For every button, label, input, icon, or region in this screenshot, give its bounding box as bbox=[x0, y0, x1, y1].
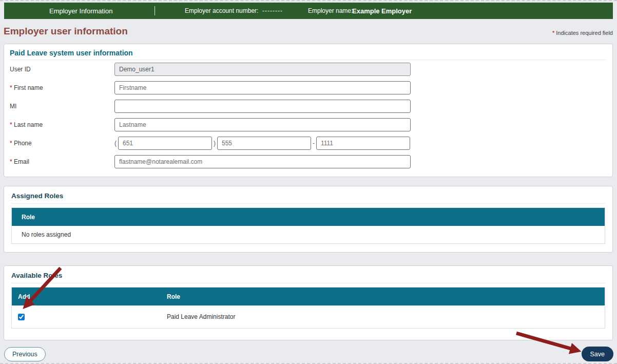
last-name-label: * Last name bbox=[10, 118, 114, 131]
no-roles-assigned-text: No roles assigned bbox=[12, 231, 71, 238]
assigned-roles-empty-row: No roles assigned bbox=[12, 226, 605, 243]
section-title-available-roles: Available Roles bbox=[11, 272, 605, 283]
first-name-label: * First name bbox=[10, 81, 114, 94]
user-id-label: User ID bbox=[10, 63, 114, 76]
phone-prefix-input[interactable] bbox=[217, 137, 311, 150]
user-id-row: User ID bbox=[10, 63, 606, 76]
email-row: * Email bbox=[10, 155, 606, 168]
employer-name-label: Employer name: bbox=[308, 7, 353, 14]
first-name-row: * First name bbox=[10, 81, 606, 94]
required-asterisk: * bbox=[10, 121, 12, 128]
column-header-role: Role bbox=[12, 214, 35, 221]
last-name-input[interactable] bbox=[114, 118, 411, 131]
phone-open-paren: ( bbox=[114, 140, 118, 147]
available-roles-panel: Available Roles Add Role Paid Leave Admi… bbox=[4, 265, 613, 340]
required-asterisk: * bbox=[10, 158, 12, 165]
required-note-text: Indicates required field bbox=[556, 30, 613, 36]
previous-button[interactable]: Previous bbox=[4, 347, 46, 361]
page-title: Employer user information bbox=[4, 26, 128, 37]
user-info-form: User ID * First name MI * Last name bbox=[10, 63, 606, 168]
employer-account-number-label: Employer account number: bbox=[185, 7, 258, 14]
phone-area-input[interactable] bbox=[118, 137, 212, 150]
first-name-input[interactable] bbox=[114, 81, 411, 94]
mi-input[interactable] bbox=[114, 100, 411, 113]
phone-dash: - bbox=[311, 140, 316, 147]
assigned-roles-panel: Assigned Roles Role No roles assigned bbox=[4, 186, 613, 253]
screenshot-top-edge bbox=[0, 0, 617, 1]
nav-divider bbox=[155, 6, 155, 15]
available-role-row: Paid Leave Administrator bbox=[12, 305, 605, 328]
assigned-roles-table-header: Role bbox=[12, 208, 605, 226]
required-asterisk: * bbox=[10, 84, 12, 91]
phone-line-input[interactable] bbox=[316, 137, 410, 150]
employer-account-number-value: -------- bbox=[262, 7, 283, 14]
available-roles-table-header: Add Role bbox=[12, 288, 605, 305]
column-header-add: Add bbox=[12, 293, 161, 300]
user-id-input[interactable] bbox=[114, 63, 411, 76]
available-role-name: Paid Leave Administrator bbox=[161, 313, 235, 320]
add-role-checkbox[interactable] bbox=[18, 314, 25, 320]
phone-row: * Phone ( ) - bbox=[10, 137, 606, 150]
email-label: * Email bbox=[10, 155, 114, 168]
required-field-note: * Indicates required field bbox=[552, 30, 613, 36]
mi-row: MI bbox=[10, 100, 606, 113]
required-asterisk: * bbox=[552, 30, 554, 36]
nav-employer-information[interactable]: Employer Information bbox=[49, 7, 113, 15]
column-header-role: Role bbox=[161, 293, 180, 300]
required-asterisk: * bbox=[10, 140, 12, 147]
mi-label: MI bbox=[10, 100, 114, 113]
phone-label: * Phone bbox=[10, 137, 114, 150]
assigned-roles-table: Role No roles assigned bbox=[11, 207, 605, 244]
phone-close-paren: ) bbox=[212, 140, 217, 147]
employer-name-value: Example Employer bbox=[352, 7, 412, 15]
phone-inputs: ( ) - bbox=[114, 137, 411, 150]
top-nav-bar: Employer Information Employer account nu… bbox=[4, 3, 613, 19]
available-roles-table: Add Role Paid Leave Administrator bbox=[11, 287, 605, 329]
email-input[interactable] bbox=[114, 155, 411, 168]
section-title-assigned-roles: Assigned Roles bbox=[11, 192, 605, 204]
last-name-row: * Last name bbox=[10, 118, 606, 131]
section-title-user-info: Paid Leave system user information bbox=[10, 49, 606, 60]
save-button[interactable]: Save bbox=[582, 347, 614, 361]
user-info-panel: Paid Leave system user information User … bbox=[4, 44, 613, 177]
